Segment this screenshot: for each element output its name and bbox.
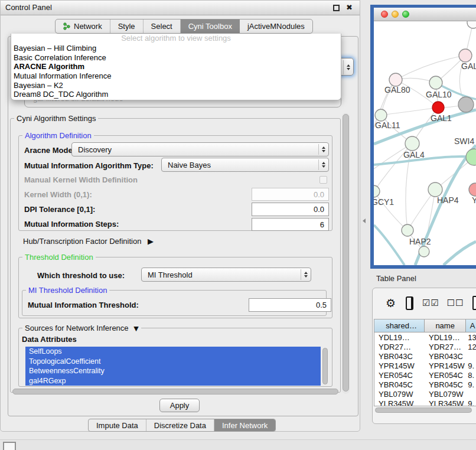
node-gal80[interactable] <box>389 73 402 86</box>
table-panel: ⚙ ☑☑ ☐☐ shared… name A YDL19…YDL19…13 YD… <box>372 288 476 424</box>
cell: YBR043C <box>425 351 466 361</box>
aracne-mode-combo[interactable]: Discovery <box>71 142 329 156</box>
tab-style[interactable]: Style <box>110 19 144 33</box>
document-icon[interactable] <box>472 296 476 310</box>
kernel-width-field[interactable]: 0.0 <box>252 188 329 201</box>
aracne-mode-label: Aracne Mode: <box>24 146 75 155</box>
cell: YDL19… <box>374 332 425 342</box>
which-threshold-combo[interactable]: MI Threshold <box>141 268 311 282</box>
manual-kernel-checkbox[interactable] <box>319 176 327 184</box>
popup-item[interactable]: Bayesian – K2 <box>11 81 341 90</box>
column-header-name[interactable]: name <box>425 319 466 332</box>
screen: Control Panel ✖ Network Style Select <box>0 0 476 450</box>
manual-kernel-label: Manual Kernel Width Definition <box>24 175 138 184</box>
table-row[interactable]: YDL19…YDL19…13 <box>374 332 476 342</box>
popup-item[interactable]: Dream8 DC_TDC Algorithm <box>11 90 341 99</box>
combo-spinner-icon <box>318 144 328 154</box>
tab-label: Style <box>118 22 135 31</box>
tab-discretize-data[interactable]: Discretize Data <box>146 419 214 431</box>
list-vertical-scrollbar[interactable] <box>322 348 328 384</box>
dpi-tolerance-field[interactable]: 0.0 <box>252 203 329 216</box>
dpi-tolerance-label: DPI Tolerance [0,1]: <box>24 205 95 214</box>
network-window-titlebar <box>374 8 476 21</box>
list-item[interactable]: SelfLoops <box>25 347 321 357</box>
list-item[interactable]: TopologicalCoefficient <box>25 357 321 367</box>
node-hap2[interactable] <box>402 224 413 236</box>
list-item[interactable]: gal4RGexp <box>25 376 321 386</box>
settings-horizontal-scrollbar[interactable] <box>12 389 338 394</box>
node-label: Y <box>472 195 476 205</box>
popup-item-selected[interactable]: ARACNE Algorithm <box>11 62 341 71</box>
network-canvas[interactable]: GAL GAL80 GAL10 GAL1 GAL11 SWI4 GAL4 HAP… <box>374 21 476 265</box>
combo-spinner-icon <box>343 60 353 74</box>
collapse-down-icon[interactable]: ▼ <box>133 325 138 332</box>
minimized-panel-icon[interactable] <box>3 442 16 450</box>
node-gal1[interactable] <box>432 102 444 113</box>
cell: 9. <box>466 380 476 389</box>
column-header-partial[interactable]: A <box>466 319 476 332</box>
mi-type-combo[interactable]: Naive Bayes <box>161 158 329 172</box>
column-header-shared-name[interactable]: shared… <box>374 319 425 332</box>
popup-item[interactable]: Bayesian – Hill Climbing <box>11 44 341 53</box>
sources-toggle[interactable]: Sources for Network Inference ▼ <box>22 324 141 332</box>
tab-label: jActiveMNodules <box>247 22 305 31</box>
popup-item[interactable]: Mutual Information Inference <box>11 71 341 81</box>
hub-definition-toggle[interactable]: Hub/Transcription Factor Definition ▶ <box>23 237 154 246</box>
tab-infer-network[interactable]: Infer Network <box>214 419 275 431</box>
table-row[interactable]: YDR27…YDR27…12 <box>374 342 476 351</box>
apply-button[interactable]: Apply <box>159 399 200 412</box>
node-partial-top[interactable] <box>467 21 476 28</box>
columns-icon[interactable] <box>406 296 413 310</box>
popup-item[interactable]: Basic Correlation Inference <box>11 53 341 63</box>
table-row[interactable]: YPR145WYPR145W9. <box>374 361 476 370</box>
field-value: 0.5 <box>316 301 327 309</box>
node-gal10[interactable] <box>429 76 442 89</box>
settings-vertical-scrollbar-track[interactable] <box>342 113 350 394</box>
list-item[interactable]: BetweennessCentrality <box>25 366 321 376</box>
gear-icon[interactable]: ⚙ <box>386 296 396 310</box>
group-title: MI Threshold Definition <box>26 286 109 295</box>
mi-steps-label: Mutual Information Steps: <box>24 220 119 229</box>
node-salmon[interactable] <box>469 183 476 196</box>
tab-jactivemnodules[interactable]: jActiveMNodules <box>240 19 312 33</box>
tab-select[interactable]: Select <box>144 19 181 33</box>
expand-right-icon[interactable]: ▶ <box>148 237 154 246</box>
tab-cyni-toolbox[interactable]: Cyni Toolbox <box>181 19 240 33</box>
table-row[interactable]: YER054CYER054C8. <box>374 370 476 380</box>
node-gal11[interactable] <box>375 109 387 121</box>
popup-prompt: Select algorithm to view settings <box>11 34 341 44</box>
combo-spinner-icon <box>318 159 328 169</box>
data-attributes-list: SelfLoops TopologicalCoefficient Between… <box>25 347 321 386</box>
combo-value: Naive Bayes <box>162 161 318 169</box>
node-gray[interactable] <box>458 97 474 112</box>
tab-impute-data[interactable]: Impute Data <box>89 419 146 431</box>
select-all-checkboxes-icon[interactable]: ☑☑ <box>422 298 439 308</box>
node-gal-partial[interactable] <box>459 49 472 62</box>
table-row[interactable]: YBR045CYBR045C9. <box>374 380 476 389</box>
float-panel-icon[interactable] <box>333 5 340 11</box>
settings-vertical-scrollbar[interactable] <box>343 114 349 392</box>
node-label: GAL <box>461 61 476 71</box>
cell: YER054C <box>374 370 425 380</box>
node-partial-bottom[interactable] <box>419 246 429 257</box>
table-row[interactable]: YBR043CYBR043C <box>374 351 476 361</box>
tab-network[interactable]: Network <box>56 19 110 33</box>
node-gcy1[interactable] <box>374 185 380 197</box>
field-value: 6 <box>320 220 324 229</box>
close-traffic-light[interactable] <box>381 11 388 18</box>
table-row[interactable]: YLR345WYLR345W9. <box>374 399 476 406</box>
combo-value: Discovery <box>72 145 318 154</box>
mi-threshold-field[interactable]: 0.5 <box>249 298 331 312</box>
deselect-all-checkboxes-icon[interactable]: ☐☐ <box>447 298 464 308</box>
close-icon[interactable]: ✖ <box>346 3 353 12</box>
network-view-window: GAL GAL80 GAL10 GAL1 GAL11 SWI4 GAL4 HAP… <box>370 5 476 269</box>
control-panel-title: Control Panel <box>5 3 52 12</box>
panel-divider-handle[interactable] <box>363 219 366 223</box>
minimize-traffic-light[interactable] <box>392 11 399 18</box>
table-horizontal-scrollbar[interactable] <box>375 407 475 413</box>
table-row[interactable]: YBL079WYBL079W <box>374 389 476 399</box>
node-hap4[interactable] <box>428 182 442 197</box>
node-gal4[interactable] <box>405 136 419 151</box>
zoom-traffic-light[interactable] <box>402 11 409 18</box>
mi-steps-field[interactable]: 6 <box>252 218 329 231</box>
